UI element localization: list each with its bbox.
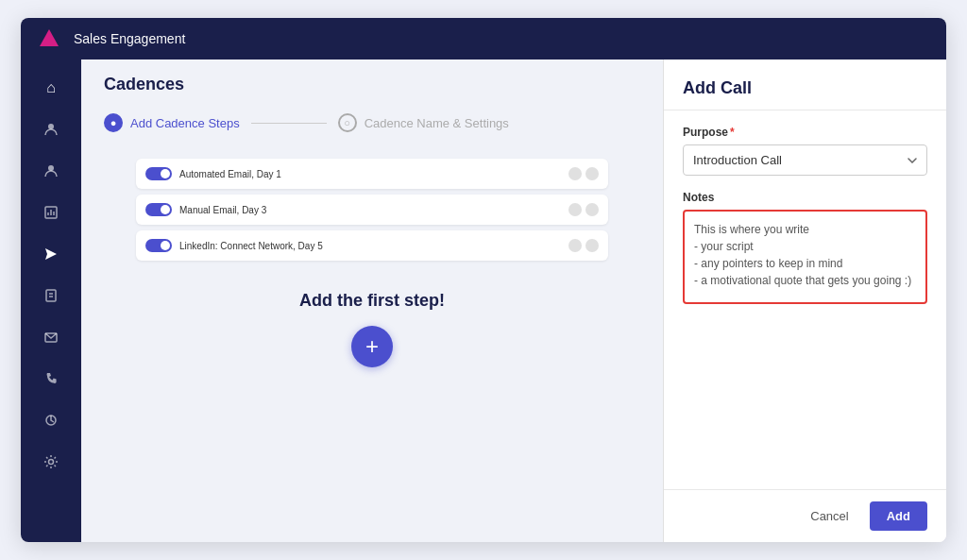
purpose-required: *: [730, 126, 735, 139]
step-toggle-1[interactable]: [145, 167, 172, 180]
add-first-step-label: Add the first step!: [299, 291, 445, 311]
panel-body: Purpose * Introduction Call Follow Up De…: [664, 110, 946, 489]
sidebar-item-analytics[interactable]: [34, 403, 68, 437]
panel-title: Add Call: [683, 78, 752, 97]
notes-field-group: Notes This is where you write - your scr…: [683, 191, 927, 308]
step-action-edit-2[interactable]: [568, 203, 582, 216]
step-action-delete-2[interactable]: [585, 203, 599, 216]
step-actions-3: [568, 239, 599, 252]
purpose-field-group: Purpose * Introduction Call Follow Up De…: [683, 126, 927, 176]
notes-textarea[interactable]: This is where you write - your script - …: [683, 210, 927, 304]
svg-point-12: [49, 460, 54, 465]
step-circle-2: ○: [338, 113, 357, 132]
sidebar-item-contacts[interactable]: [34, 112, 68, 146]
step-label-2: Cadence Name & Settings: [365, 116, 509, 130]
page-title: Cadences: [104, 75, 184, 93]
cancel-button[interactable]: Cancel: [799, 501, 859, 531]
svg-marker-0: [40, 29, 59, 46]
sidebar-item-tasks[interactable]: [34, 279, 68, 313]
step-toggle-2[interactable]: [145, 203, 172, 216]
purpose-label: Purpose *: [683, 126, 927, 139]
right-panel: Add Call Purpose * Introduction Call Fol…: [663, 59, 946, 542]
list-item[interactable]: Automated Email, Day 1: [136, 159, 608, 189]
step-action-delete-3[interactable]: [585, 239, 599, 252]
step-actions-1: [568, 167, 599, 180]
add-first-step-section: Add the first step! +: [299, 291, 445, 367]
step-label-text-1: Automated Email, Day 1: [179, 169, 561, 179]
step-toggle-3[interactable]: [145, 239, 172, 252]
step-label-text-2: Manual Email, Day 3: [179, 205, 561, 215]
app-logo: [36, 25, 62, 52]
center-area: Cadences ● Add Cadence Steps ○ Cadence N…: [81, 59, 663, 542]
center-header: Cadences: [81, 59, 663, 102]
svg-rect-1: [48, 124, 54, 129]
step-item-1: ● Add Cadence Steps: [104, 113, 240, 132]
list-item[interactable]: Manual Email, Day 3: [136, 195, 608, 225]
step-item-2: ○ Cadence Name & Settings: [338, 113, 509, 132]
sidebar-item-person[interactable]: [34, 154, 68, 188]
step-action-delete-1[interactable]: [585, 167, 599, 180]
purpose-select[interactable]: Introduction Call Follow Up Demo Closing: [683, 144, 927, 176]
app-window: Sales Engagement ⌂: [21, 18, 946, 542]
step-label-1: Add Cadence Steps: [130, 116, 240, 130]
notes-label: Notes: [683, 191, 927, 204]
sidebar-item-reports[interactable]: [34, 195, 68, 229]
step-action-edit-1[interactable]: [568, 167, 582, 180]
add-step-button[interactable]: +: [351, 326, 393, 367]
step-action-edit-3[interactable]: [568, 239, 582, 252]
top-nav: Sales Engagement: [21, 18, 946, 59]
step-circle-1: ●: [104, 113, 123, 132]
svg-rect-7: [46, 290, 56, 301]
list-item[interactable]: LinkedIn: Connect Network, Day 5: [136, 230, 608, 261]
step-divider: [251, 123, 327, 124]
app-title: Sales Engagement: [74, 31, 185, 46]
step-list: Automated Email, Day 1 Manual Email, Day…: [136, 159, 608, 261]
main-content: ⌂: [21, 59, 946, 542]
sidebar-item-phone[interactable]: [34, 362, 68, 396]
panel-header: Add Call: [664, 59, 946, 110]
cadence-content: Automated Email, Day 1 Manual Email, Day…: [81, 144, 663, 542]
sidebar: ⌂: [21, 59, 81, 542]
sidebar-item-mail[interactable]: [34, 320, 68, 354]
add-button[interactable]: Add: [870, 501, 927, 531]
sidebar-item-send[interactable]: [34, 237, 68, 271]
svg-point-2: [48, 165, 54, 171]
sidebar-item-home[interactable]: ⌂: [34, 71, 68, 105]
sidebar-item-settings[interactable]: [34, 445, 68, 479]
step-actions-2: [568, 203, 599, 216]
steps-nav: ● Add Cadence Steps ○ Cadence Name & Set…: [81, 102, 663, 144]
step-label-text-3: LinkedIn: Connect Network, Day 5: [179, 241, 561, 251]
panel-footer: Cancel Add: [664, 489, 946, 542]
